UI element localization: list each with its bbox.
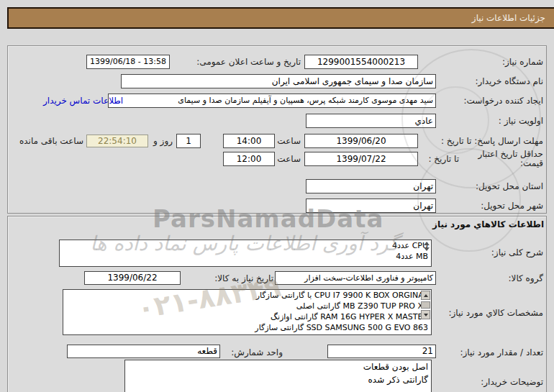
buyer-contact-link[interactable]: اطلاعات تماس خریدار	[43, 96, 123, 106]
scrollbar-thumb[interactable]	[421, 301, 430, 309]
until-date-label: تا تاریخ :	[428, 154, 459, 164]
reply-hour-label: ساعت	[277, 136, 301, 146]
reply-deadline-date-field[interactable]: 1399/06/20	[304, 134, 418, 148]
reply-deadline-label: مهلت ارسال پاسخ: تا تاریخ :	[441, 136, 543, 146]
price-hour-label: ساعت	[277, 154, 301, 164]
specs-scrollbar[interactable]	[421, 291, 430, 322]
price-validity-time-field[interactable]: 12:00	[223, 152, 275, 166]
specs-label: مشخصات کالاي مورد نیاز:	[448, 308, 543, 318]
goods-group-label: گروه کالا:	[509, 273, 544, 283]
unit-field[interactable]: قطعه	[67, 345, 220, 358]
remaining-label: ساعت باقی مانده	[19, 136, 83, 146]
requester-field[interactable]: سید مهدی موسوی کارمند شبکه پرس، هسپیان و…	[108, 94, 436, 108]
need-details-page: جزئیات اطلاعات نیاز شماره نیاز: 12990015…	[0, 0, 554, 392]
buyer-notes-label: توضیحات خریدار:	[481, 377, 543, 387]
specs-line: MB Z390 TUP PRO X2 گارانتی اصلی	[63, 301, 431, 311]
general-desc-label: شرح کلی نیاز:	[491, 247, 543, 257]
goods-group-field[interactable]: کامپیوتر و فناوری اطلاعات-سخت افزار	[275, 271, 436, 285]
specs-line: RAM 16G HYPER X MASTER گارانتی اوازنگ	[63, 311, 431, 322]
page-title: جزئیات اطلاعات نیاز	[472, 13, 545, 23]
city-label: شهر محل تحویل:	[481, 201, 543, 211]
price-validity-date-field[interactable]: 1399/07/22	[304, 152, 418, 166]
announce-datetime-field[interactable]: 1399/06/18 - 13:58	[86, 55, 170, 69]
updown-spinner-icon[interactable]	[423, 242, 430, 252]
need-date-label: تاریخ نیاز به کالا:	[214, 273, 273, 283]
request-info-panel	[7, 45, 547, 214]
need-number-field[interactable]: 1299001554000213	[304, 55, 418, 69]
requester-label: ایجاد کننده درخواست:	[463, 96, 543, 106]
day-and-label: روز و	[153, 136, 173, 146]
quantity-field[interactable]: 21	[327, 345, 436, 358]
buyer-notes-line: گارانتی ذکر شده	[125, 373, 431, 386]
buyer-notes-line: اصل بودن قطعات	[125, 360, 431, 373]
price-validity-label: حداقل تاریخ اعتبار قیمت:	[469, 150, 543, 168]
countdown-timer: 22:54:10	[86, 135, 148, 147]
specs-line: CPU I7 9900 K BOX ORGINAL با گارانتی ساز…	[63, 290, 431, 301]
buyer-org-field[interactable]: سازمان صدا و سیمای جمهوری اسلامی ایران	[121, 74, 436, 88]
priority-field[interactable]: عادي	[306, 114, 436, 128]
need-number-label: شماره نیاز:	[502, 57, 543, 67]
province-label: استان محل تحویل:	[476, 181, 543, 191]
city-field[interactable]: تهران	[306, 199, 436, 213]
goods-section-title: اطلاعات کالاهاي مورد نیاز	[432, 219, 544, 229]
quantity-label: تعداد / مقدار مورد نیاز:	[460, 347, 543, 357]
specs-line: SSD SAMSUNG 500 G EVO 863 گارانتی سازگار	[63, 322, 431, 333]
province-field[interactable]: تهران	[306, 179, 436, 193]
buyer-org-label: نام دستگاه خریدار:	[476, 76, 544, 86]
unit-label: واحد شمارش:	[231, 347, 283, 357]
general-desc-line: MB عدد4	[60, 251, 431, 262]
buyer-notes-textarea[interactable]: اصل بودن قطعات گارانتی ذکر شده	[124, 360, 432, 392]
scroll-up-icon[interactable]	[421, 291, 430, 300]
general-desc-line: CPU عدد4	[60, 240, 431, 251]
need-date-field[interactable]: 1399/06/22	[84, 271, 181, 285]
days-left-field[interactable]: 1	[176, 134, 201, 148]
specs-textarea[interactable]: CPU I7 9900 K BOX ORGINAL با گارانتی ساز…	[63, 289, 432, 335]
priority-label: اولویت نیاز :	[499, 116, 543, 126]
announce-datetime-label: تاریخ و ساعت اعلان عمومی:	[196, 57, 301, 67]
page-title-bar: جزئیات اطلاعات نیاز	[7, 7, 554, 29]
scroll-down-icon[interactable]	[421, 310, 430, 319]
reply-deadline-time-field[interactable]: 14:00	[223, 134, 275, 148]
general-desc-textarea[interactable]: CPU عدد4 MB عدد4	[59, 240, 432, 267]
